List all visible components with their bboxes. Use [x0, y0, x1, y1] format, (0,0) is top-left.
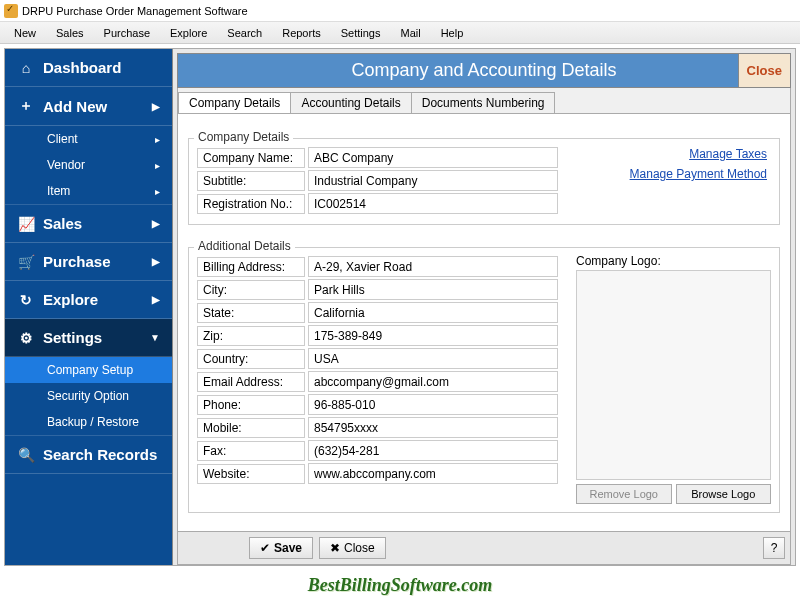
save-button[interactable]: ✔Save: [249, 537, 313, 559]
tab-documents-numbering[interactable]: Documents Numbering: [411, 92, 556, 113]
website-input[interactable]: [308, 463, 558, 484]
menu-sales[interactable]: Sales: [46, 25, 94, 41]
browse-logo-button[interactable]: Browse Logo: [676, 484, 772, 504]
chevron-right-icon: ▸: [155, 134, 160, 145]
main-panel: ⌂ Dashboard ＋ Add New ▶ Client▸ Vendor▸ …: [4, 48, 796, 566]
app-icon: [4, 4, 18, 18]
fax-input[interactable]: [308, 440, 558, 461]
state-input[interactable]: [308, 302, 558, 323]
company-logo-box: [576, 270, 771, 480]
search-icon: 🔍: [17, 447, 35, 463]
label-logo: Company Logo:: [576, 254, 771, 268]
close-panel-button[interactable]: Close: [738, 54, 790, 87]
registration-input[interactable]: [308, 193, 558, 214]
label-mobile: Mobile:: [197, 418, 305, 438]
sidebar-settings[interactable]: ⚙ Settings ▼: [5, 319, 172, 357]
chevron-right-icon: ▶: [152, 218, 160, 229]
gear-icon: ⚙: [17, 330, 35, 346]
company-name-input[interactable]: [308, 147, 558, 168]
sidebar-item-security[interactable]: Security Option: [5, 383, 172, 409]
home-icon: ⌂: [17, 60, 35, 76]
remove-logo-button[interactable]: Remove Logo: [576, 484, 672, 504]
menubar: New Sales Purchase Explore Search Report…: [0, 22, 800, 44]
menu-mail[interactable]: Mail: [390, 25, 430, 41]
label-country: Country:: [197, 349, 305, 369]
tab-accounting-details[interactable]: Accounting Details: [290, 92, 411, 113]
phone-input[interactable]: [308, 394, 558, 415]
sidebar-explore[interactable]: ↻ Explore ▶: [5, 281, 172, 319]
label-company-name: Company Name:: [197, 148, 305, 168]
label-registration: Registration No.:: [197, 194, 305, 214]
menu-search[interactable]: Search: [217, 25, 272, 41]
cart-icon: 🛒: [17, 254, 35, 270]
sidebar-label: Explore: [43, 291, 98, 308]
panel-header: Company and Accounting Details Close: [177, 53, 791, 88]
billing-input[interactable]: [308, 256, 558, 277]
sidebar-label: Purchase: [43, 253, 111, 270]
city-input[interactable]: [308, 279, 558, 300]
mobile-input[interactable]: [308, 417, 558, 438]
label-city: City:: [197, 280, 305, 300]
subtitle-input[interactable]: [308, 170, 558, 191]
sidebar-item-item[interactable]: Item▸: [5, 178, 172, 204]
label-subtitle: Subtitle:: [197, 171, 305, 191]
app-title: DRPU Purchase Order Management Software: [22, 5, 248, 17]
label-phone: Phone:: [197, 395, 305, 415]
sidebar-label: Dashboard: [43, 59, 121, 76]
additional-details-fieldset: Billing Address: City: State: Zip: Count…: [188, 247, 780, 513]
label-billing: Billing Address:: [197, 257, 305, 277]
content-area: Company and Accounting Details Close Com…: [173, 49, 795, 565]
menu-help[interactable]: Help: [431, 25, 474, 41]
manage-payment-link[interactable]: Manage Payment Method: [630, 167, 767, 181]
x-icon: ✖: [330, 541, 340, 555]
sidebar-item-company-setup[interactable]: Company Setup: [5, 357, 172, 383]
plus-icon: ＋: [17, 97, 35, 115]
label-fax: Fax:: [197, 441, 305, 461]
chart-icon: 📈: [17, 216, 35, 232]
sidebar-label: Search Records: [43, 446, 157, 463]
sidebar-sales[interactable]: 📈 Sales ▶: [5, 205, 172, 243]
menu-purchase[interactable]: Purchase: [94, 25, 160, 41]
footer-brand: BestBillingSoftware.com: [0, 575, 800, 596]
label-email: Email Address:: [197, 372, 305, 392]
sidebar-item-vendor[interactable]: Vendor▸: [5, 152, 172, 178]
email-input[interactable]: [308, 371, 558, 392]
chevron-down-icon: ▼: [150, 332, 160, 343]
sidebar: ⌂ Dashboard ＋ Add New ▶ Client▸ Vendor▸ …: [5, 49, 173, 565]
check-icon: ✔: [260, 541, 270, 555]
sidebar-item-backup[interactable]: Backup / Restore: [5, 409, 172, 435]
bottom-toolbar: ✔Save ✖Close ?: [177, 532, 791, 565]
tabs: Company Details Accounting Details Docum…: [177, 88, 791, 113]
country-input[interactable]: [308, 348, 558, 369]
sidebar-label: Add New: [43, 98, 107, 115]
manage-taxes-link[interactable]: Manage Taxes: [630, 147, 767, 161]
chevron-right-icon: ▶: [152, 294, 160, 305]
sidebar-search-records[interactable]: 🔍 Search Records: [5, 436, 172, 474]
sidebar-purchase[interactable]: 🛒 Purchase ▶: [5, 243, 172, 281]
menu-new[interactable]: New: [4, 25, 46, 41]
chevron-right-icon: ▶: [152, 101, 160, 112]
menu-reports[interactable]: Reports: [272, 25, 331, 41]
label-website: Website:: [197, 464, 305, 484]
close-button[interactable]: ✖Close: [319, 537, 386, 559]
label-zip: Zip:: [197, 326, 305, 346]
help-button[interactable]: ?: [763, 537, 785, 559]
panel-title: Company and Accounting Details: [351, 60, 616, 80]
additional-section-label: Additional Details: [194, 239, 295, 253]
label-state: State:: [197, 303, 305, 323]
menu-settings[interactable]: Settings: [331, 25, 391, 41]
company-section-label: Company Details: [194, 130, 293, 144]
menu-explore[interactable]: Explore: [160, 25, 217, 41]
sidebar-dashboard[interactable]: ⌂ Dashboard: [5, 49, 172, 87]
sidebar-label: Sales: [43, 215, 82, 232]
chevron-right-icon: ▸: [155, 186, 160, 197]
chevron-right-icon: ▸: [155, 160, 160, 171]
zip-input[interactable]: [308, 325, 558, 346]
sidebar-item-client[interactable]: Client▸: [5, 126, 172, 152]
tab-company-details[interactable]: Company Details: [178, 92, 291, 113]
side-links: Manage Taxes Manage Payment Method: [630, 141, 767, 187]
sidebar-label: Settings: [43, 329, 102, 346]
chevron-right-icon: ▶: [152, 256, 160, 267]
tab-body: Company Details Company Name: Subtitle: …: [177, 113, 791, 532]
sidebar-add-new[interactable]: ＋ Add New ▶: [5, 87, 172, 126]
